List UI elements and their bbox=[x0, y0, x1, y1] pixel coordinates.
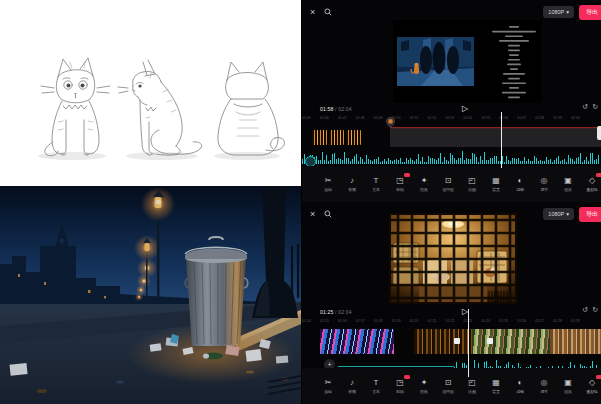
ruler-tick-label: 01:29 bbox=[571, 319, 580, 323]
toolbar-label: 背景 bbox=[492, 187, 499, 192]
toolbar-scissors-button[interactable]: ✂剪辑 bbox=[316, 378, 340, 394]
playhead[interactable] bbox=[501, 112, 502, 168]
clip-black[interactable] bbox=[394, 329, 414, 354]
toolbar-pip-button[interactable]: ⊡画中画 bbox=[436, 176, 460, 192]
ruler-tick: · bbox=[530, 116, 531, 120]
toolbar-pip-button[interactable]: ⊡画中画 bbox=[436, 378, 460, 394]
video-clip-thumbnails[interactable] bbox=[311, 129, 362, 146]
editing-toolbar-bottom: ✂剪辑♪音频T文本◳贴纸✦特效⊡画中画◰比例▦背景◐滤镜◎调节▣画质◇素材包☻美… bbox=[302, 368, 601, 404]
toolbar-ratio-button[interactable]: ◰比例 bbox=[460, 378, 484, 394]
ruler-tick-label: 01:20 bbox=[410, 319, 419, 323]
ruler-tick: · bbox=[440, 319, 441, 323]
toolbar-adjust-button[interactable]: ◎调节 bbox=[532, 176, 556, 192]
ruler-tick: · bbox=[387, 319, 388, 323]
music-note-icon: ♪ bbox=[350, 176, 354, 185]
ruler-tick-label: 01:21 bbox=[428, 319, 437, 323]
toolbar-label: 画质 bbox=[564, 187, 571, 192]
playhead[interactable] bbox=[468, 309, 469, 377]
toolbar-text-button[interactable]: T文本 bbox=[364, 378, 388, 394]
cat-sketch-panel bbox=[0, 0, 301, 186]
ruler-tick: · bbox=[566, 116, 567, 120]
undo-icon[interactable]: ↺ bbox=[582, 306, 588, 314]
transition-button[interactable] bbox=[487, 338, 493, 344]
search-icon[interactable] bbox=[324, 210, 332, 218]
background-icon: ▦ bbox=[492, 176, 500, 185]
toolbar-label: 贴纸 bbox=[396, 389, 403, 394]
close-icon[interactable]: × bbox=[310, 210, 315, 219]
ruler-tick-label: 01:28 bbox=[553, 319, 562, 323]
assets-icon: ◇ bbox=[589, 378, 595, 387]
clip-van-interior[interactable] bbox=[414, 329, 472, 354]
toolbar-music-note-button[interactable]: ♪音频 bbox=[340, 176, 364, 192]
toolbar-effects-button[interactable]: ✦特效 bbox=[412, 378, 436, 394]
ruler-tick: · bbox=[566, 319, 567, 323]
toolbar-quality-button[interactable]: ▣画质 bbox=[556, 378, 580, 394]
clip-disco[interactable] bbox=[320, 329, 394, 354]
new-feature-badge bbox=[596, 173, 601, 177]
time-display: 01:25 / 02:04 bbox=[320, 309, 352, 315]
timeline-ruler-top[interactable]: 01:45·01:46·01:47·01:48·01:49·01:50·01:5… bbox=[302, 114, 601, 121]
toolbar-label: 调节 bbox=[540, 389, 547, 394]
play-button[interactable]: ▷ bbox=[462, 105, 468, 113]
resolution-dropdown[interactable]: 1080P▾ bbox=[543, 6, 574, 18]
ruler-tick-label: 01:57 bbox=[517, 116, 526, 120]
redo-icon[interactable]: ↻ bbox=[592, 103, 598, 111]
clip-street-day[interactable] bbox=[472, 329, 550, 354]
toolbar-filter-button[interactable]: ◐滤镜 bbox=[508, 176, 532, 192]
undo-icon[interactable]: ↺ bbox=[582, 103, 588, 111]
clip-trim-handle[interactable] bbox=[597, 126, 601, 140]
toolbar-ratio-button[interactable]: ◰比例 bbox=[460, 176, 484, 192]
ruler-tick-label: 01:51 bbox=[410, 116, 419, 120]
toolbar-scissors-button[interactable]: ✂剪辑 bbox=[316, 176, 340, 192]
toolbar-filter-button[interactable]: ◐滤镜 bbox=[508, 378, 532, 394]
toolbar-effects-button[interactable]: ✦特效 bbox=[412, 176, 436, 192]
new-feature-badge bbox=[404, 375, 410, 379]
scissors-icon: ✂ bbox=[325, 378, 332, 387]
close-icon[interactable]: × bbox=[310, 8, 315, 17]
ruler-tick: · bbox=[333, 116, 334, 120]
transport-bar-bottom: 01:25 / 02:04 ▷ ↺↻ bbox=[302, 306, 601, 317]
toolbar-background-button[interactable]: ▦背景 bbox=[484, 378, 508, 394]
ratio-icon: ◰ bbox=[468, 176, 476, 185]
ruler-tick: · bbox=[458, 319, 459, 323]
toolbar-music-note-button[interactable]: ♪音频 bbox=[340, 378, 364, 394]
search-icon[interactable] bbox=[324, 8, 332, 16]
toolbar-sticker-button[interactable]: ◳贴纸 bbox=[388, 176, 412, 192]
editing-toolbar-top: ✂剪辑♪音频T文本◳贴纸✦特效⊡画中画◰比例▦背景◐滤镜◎调节▣画质◇素材包☻美… bbox=[302, 166, 601, 202]
cat-back-view bbox=[218, 62, 285, 155]
toolbar-quality-button[interactable]: ▣画质 bbox=[556, 176, 580, 192]
ruler-tick-label: 01:48 bbox=[356, 116, 365, 120]
toolbar-background-button[interactable]: ▦背景 bbox=[484, 176, 508, 192]
audio-track[interactable] bbox=[302, 148, 601, 165]
preview-player-bottom[interactable] bbox=[389, 213, 517, 304]
resolution-dropdown[interactable]: 1080P▾ bbox=[543, 208, 574, 220]
time-display: 01:58 / 02:04 bbox=[320, 106, 352, 112]
video-track[interactable] bbox=[320, 329, 601, 354]
timeline-ruler-bottom[interactable]: 01:14·01:15·01:16·01:17·01:18·01:19·01:2… bbox=[302, 317, 601, 324]
export-button[interactable]: 导出 bbox=[579, 207, 601, 222]
preview-player-top[interactable] bbox=[393, 20, 542, 103]
transition-button[interactable] bbox=[454, 338, 460, 344]
text-icon: T bbox=[374, 176, 379, 185]
clip-cafe[interactable] bbox=[550, 329, 601, 354]
ruler-tick-label: 01:16 bbox=[338, 319, 347, 323]
adjust-icon: ◎ bbox=[541, 378, 548, 387]
export-button[interactable]: 导出 bbox=[579, 5, 601, 20]
toolbar-adjust-button[interactable]: ◎调节 bbox=[532, 378, 556, 394]
toolbar-assets-button[interactable]: ◇素材包 bbox=[580, 176, 601, 192]
pip-icon: ⊡ bbox=[445, 378, 452, 387]
ruler-tick: · bbox=[494, 116, 495, 120]
toolbar-assets-button[interactable]: ◇素材包 bbox=[580, 378, 601, 394]
ruler-tick-label: 01:59 bbox=[553, 116, 562, 120]
filter-icon: ◐ bbox=[518, 176, 523, 185]
redo-icon[interactable]: ↻ bbox=[592, 306, 598, 314]
keyframe-pin[interactable] bbox=[386, 117, 395, 128]
toolbar-sticker-button[interactable]: ◳贴纸 bbox=[388, 378, 412, 394]
toolbar-label: 比例 bbox=[468, 187, 475, 192]
ruler-tick: · bbox=[404, 319, 405, 323]
text-clip[interactable] bbox=[390, 128, 601, 147]
toolbar-text-button[interactable]: T文本 bbox=[364, 176, 388, 192]
ruler-tick: · bbox=[512, 116, 513, 120]
ruler-tick-label: 01:25 bbox=[499, 319, 508, 323]
editor-bottom-header: × 1080P▾ 导出 bbox=[302, 202, 601, 226]
